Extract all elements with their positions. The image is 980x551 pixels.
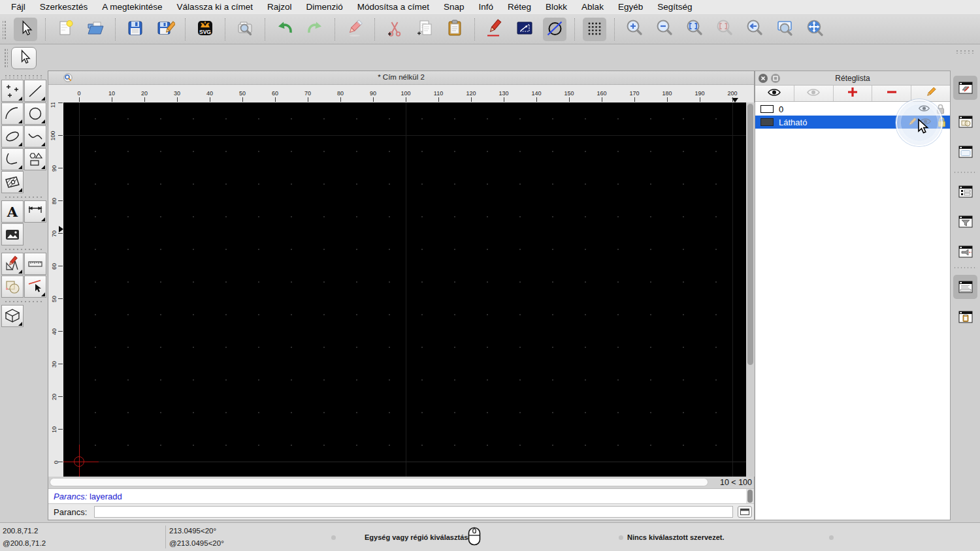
new-document-button[interactable] [54, 18, 77, 41]
block-list-panel-button[interactable] [953, 110, 977, 134]
ruler-horizontal: 0102030405060708090100110120130140150160… [63, 85, 754, 102]
layer-color-swatch[interactable] [760, 105, 774, 113]
command-prompt-label: Parancs: [54, 507, 87, 517]
command-line-panel-button[interactable] [953, 275, 977, 299]
delete-button[interactable] [343, 18, 367, 41]
select-tool-button[interactable] [14, 18, 37, 41]
print-preview-button[interactable] [233, 18, 257, 41]
svg-export-button[interactable]: SVG [193, 18, 217, 41]
status-bar: 200.8,71.2 @200.8,71.2 213.0495<20° @213… [0, 522, 980, 551]
draft-mode-button[interactable] [543, 18, 566, 41]
property-editor-panel-button[interactable] [953, 180, 977, 204]
undo-icon [275, 18, 295, 40]
command-input[interactable] [94, 506, 733, 518]
show-all-layers-button[interactable] [755, 86, 794, 101]
ruler-h-tick: 200 [732, 97, 733, 102]
scrollbar-thumb[interactable] [747, 104, 753, 365]
add-layer-button[interactable] [834, 86, 873, 101]
view-panel-button[interactable] [953, 240, 977, 264]
dimension-tool-button[interactable] [24, 200, 46, 223]
ruler-h-tick: 180 [667, 97, 668, 102]
menu-item-8[interactable]: Snap [436, 0, 472, 14]
spline-tool-button[interactable] [24, 125, 46, 148]
menu-item-3[interactable]: A megtekintése [95, 0, 169, 14]
layer-color-swatch[interactable] [760, 118, 774, 126]
canvas-vertical-scrollbar[interactable] [746, 102, 755, 477]
undo-button[interactable] [273, 18, 297, 41]
solid-3d-tool-button[interactable] [1, 305, 24, 327]
save-floppy-icon [125, 18, 145, 40]
history-scrollbar[interactable] [746, 489, 754, 503]
zoom-auto-button[interactable] [683, 18, 706, 41]
menu-item-12[interactable]: Ablak [574, 0, 611, 14]
pan-button[interactable] [803, 18, 826, 41]
layer-list-panel-button[interactable] [953, 76, 977, 100]
palette-select-button[interactable] [11, 47, 37, 69]
shapes-tool-button[interactable] [24, 148, 46, 170]
dock-drag-handle[interactable] [955, 50, 976, 54]
trim-tool-button[interactable] [24, 276, 46, 298]
drawing-canvas[interactable] [63, 102, 746, 477]
ruler-h-tick: 0 [79, 97, 80, 102]
menu-item-6[interactable]: Dimenzió [299, 0, 350, 14]
zoom-in-button[interactable] [623, 18, 646, 41]
image-tool-button[interactable] [1, 223, 24, 245]
modify-tool-button[interactable] [1, 253, 24, 275]
open-file-button[interactable] [84, 18, 107, 41]
paste-button[interactable] [443, 18, 466, 41]
freehand-draw-button[interactable] [483, 18, 506, 41]
cut-button[interactable] [383, 18, 406, 41]
canvas-horizontal-scrollbar[interactable] [50, 478, 708, 486]
command-options-button[interactable] [738, 506, 752, 518]
library-browser-panel-button[interactable] [953, 140, 977, 164]
selection-filter-panel-button[interactable] [953, 210, 977, 234]
left-tool-palette: A [0, 44, 48, 522]
redo-button[interactable] [303, 18, 327, 41]
statusbar-dot [829, 535, 834, 540]
menu-item-10[interactable]: Réteg [500, 0, 538, 14]
text-tool-button[interactable]: A [1, 200, 24, 223]
toolbar-drag-handle[interactable] [3, 20, 7, 39]
ruler-h-tick: 150 [569, 97, 570, 102]
menu-item-2[interactable]: Szerkesztés [33, 0, 95, 14]
menu-item-11[interactable]: Blokk [538, 0, 574, 14]
boolean-shapes-tool-button[interactable] [1, 276, 24, 298]
menubar: FájlSzerkesztésA megtekintéseVálassza ki… [0, 0, 980, 15]
points-tool-button[interactable] [1, 80, 24, 102]
ortho-dimension-button[interactable] [513, 18, 536, 41]
arc-tool-button[interactable] [1, 102, 24, 125]
circle-tool-button[interactable] [24, 102, 46, 125]
document-titlebar[interactable]: * Cím nélkül 2 [48, 71, 754, 85]
polyline-tool-button[interactable] [1, 148, 24, 170]
save-button[interactable] [123, 18, 147, 41]
menu-item-5[interactable]: Rajzol [260, 0, 299, 14]
menu-item-1[interactable]: Fájl [4, 0, 33, 14]
zoom-out-button[interactable] [653, 18, 676, 41]
measure-tool-button[interactable] [24, 253, 46, 275]
zoom-previous-button[interactable] [743, 18, 766, 41]
print-preview-icon [235, 18, 255, 40]
hatch-tool-button[interactable] [1, 171, 24, 193]
zoom-window-button[interactable] [773, 18, 796, 41]
zoom-selection-button[interactable] [713, 18, 736, 41]
clipboard-panel-button[interactable] [953, 305, 977, 329]
menu-item-7[interactable]: Módosítsa a címet [350, 0, 436, 14]
palette-drag-handle[interactable] [4, 74, 44, 78]
menu-item-9[interactable]: Infó [472, 0, 501, 14]
menu-item-13[interactable]: Egyéb [611, 0, 650, 14]
remove-layer-button[interactable] [872, 86, 911, 101]
grid-toggle-button[interactable] [583, 18, 606, 41]
hide-all-layers-button[interactable] [794, 86, 834, 101]
layer-panel-header[interactable]: Réteglista [755, 71, 950, 86]
line-tool-button[interactable] [24, 80, 46, 102]
palette-drag-handle[interactable] [4, 48, 8, 68]
ellipse-tool-button[interactable] [1, 125, 24, 148]
copy-button[interactable] [413, 18, 436, 41]
ruler-h-tick: 110 [438, 97, 439, 102]
menu-item-14[interactable]: Segítség [650, 0, 699, 14]
save-as-button[interactable] [154, 18, 177, 41]
menu-item-4[interactable]: Válassza ki a címet [170, 0, 260, 14]
scrollbar-thumb[interactable] [747, 490, 753, 503]
ruler-h-tick: 60 [275, 97, 276, 102]
command-input-row: Parancs: [48, 503, 754, 520]
